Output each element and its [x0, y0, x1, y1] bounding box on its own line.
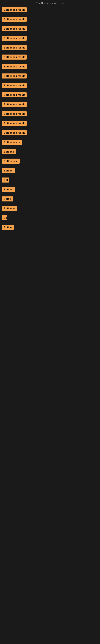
list-item: Bottlene — [1, 149, 100, 155]
bottleneck-badge[interactable]: Bottleneck result — [1, 74, 27, 78]
list-item: Bottleneck result — [1, 83, 100, 89]
bottleneck-badge[interactable]: Bottleneck result — [1, 64, 27, 69]
list-item: Bottler — [1, 225, 100, 231]
list-item: Bo — [1, 215, 100, 221]
bottleneck-badge[interactable]: Bottleneck result — [1, 54, 27, 60]
list-item: Bottleneck r — [1, 158, 100, 164]
bottleneck-badge[interactable]: Bot — [1, 178, 9, 182]
bottleneck-badge[interactable]: Bottleneck result — [1, 45, 27, 50]
bottleneck-badge[interactable]: Bottleneck re — [1, 140, 22, 145]
bottleneck-badge[interactable]: Bottleneck result — [1, 26, 27, 31]
list-item: Bottleneck result — [1, 26, 100, 32]
list-item: Bottleneck result — [1, 92, 100, 98]
list-item: Bottlen — [1, 168, 100, 174]
bottleneck-badge[interactable]: Bottleneck result — [1, 111, 27, 116]
bottleneck-badge[interactable]: Bottle — [1, 196, 13, 202]
bottleneck-badge[interactable]: Bo — [1, 215, 7, 220]
bottleneck-badge[interactable]: Bottlen — [1, 168, 15, 173]
list-item: Bottlenec — [1, 206, 100, 212]
list-item: Bottleneck result — [1, 64, 100, 70]
bottleneck-badge[interactable]: Bottleneck result — [1, 130, 27, 135]
site-title: TheBottlenecker.com — [0, 0, 100, 6]
bottleneck-badge[interactable]: Bottleneck result — [1, 17, 27, 22]
bottleneck-badge[interactable]: Bottler — [1, 225, 14, 230]
bottleneck-badge[interactable]: Bottleneck r — [1, 158, 20, 164]
list-item: Bottleneck result — [1, 45, 100, 51]
bottleneck-badge[interactable]: Bottleneck result — [1, 7, 27, 12]
list-item: Bottleneck result — [1, 102, 100, 108]
list-item: Bottle — [1, 196, 100, 202]
list-item: Bottleneck result — [1, 54, 100, 60]
bottleneck-badge[interactable]: Bottlene — [1, 149, 16, 154]
list-item: Bottlen — [1, 187, 100, 193]
bottleneck-badge[interactable]: Bottleneck result — [1, 92, 27, 98]
bottleneck-badge[interactable]: Bottlen — [1, 187, 15, 192]
bottleneck-badge[interactable]: Bottleneck result — [1, 36, 27, 41]
items-container: Bottleneck resultBottleneck resultBottle… — [0, 6, 100, 231]
list-item: Bottleneck result — [1, 121, 100, 126]
bottleneck-badge[interactable]: Bottlenec — [1, 206, 17, 211]
list-item: Bot — [1, 178, 100, 183]
bottleneck-badge[interactable]: Bottleneck result — [1, 83, 27, 88]
list-item: Bottleneck re — [1, 140, 100, 146]
bottleneck-badge[interactable]: Bottleneck result — [1, 102, 27, 107]
list-item: Bottleneck result — [1, 111, 100, 117]
list-item: Bottleneck result — [1, 17, 100, 22]
list-item: Bottleneck result — [1, 36, 100, 42]
list-item: Bottleneck result — [1, 74, 100, 79]
list-item: Bottleneck result — [1, 130, 100, 136]
bottleneck-badge[interactable]: Bottleneck result — [1, 121, 27, 126]
list-item: Bottleneck result — [1, 7, 100, 13]
